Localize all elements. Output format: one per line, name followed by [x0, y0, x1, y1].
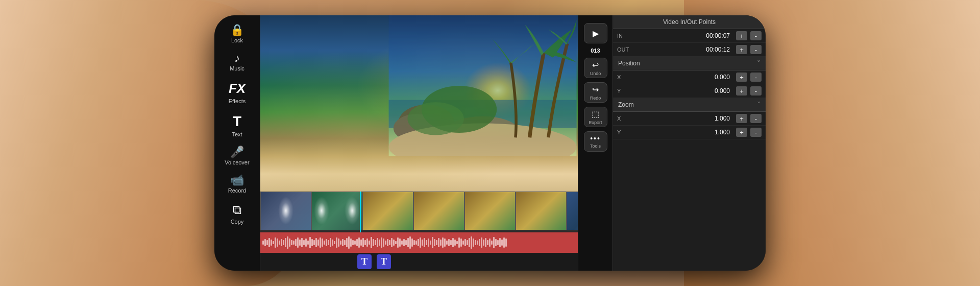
panel-header: Video In/Out Points — [613, 15, 766, 29]
waveform-bar — [350, 239, 352, 247]
waveform-bar — [301, 238, 303, 247]
waveform-bar — [393, 240, 395, 246]
thumb-6 — [516, 192, 567, 230]
waveform-bar — [487, 240, 488, 245]
out-minus-btn[interactable]: - — [750, 45, 762, 54]
waveform-bar — [397, 237, 399, 248]
fx-icon: FX — [229, 81, 246, 97]
tool-lock[interactable]: 🔒 Lock — [218, 20, 257, 46]
waveform-bar — [313, 240, 315, 245]
redo-button[interactable]: ↪ Redo — [584, 82, 607, 103]
tool-effects-label: Effects — [229, 98, 246, 104]
in-label: IN — [617, 33, 635, 39]
waveform-bar — [342, 239, 344, 246]
waveform-bar — [281, 239, 282, 246]
play-button[interactable]: ▶ — [584, 23, 607, 43]
export-icon: ⬚ — [592, 109, 599, 119]
waveform-bar — [446, 241, 448, 245]
zoom-y-label: Y — [617, 129, 635, 135]
music-icon: ♪ — [234, 53, 240, 64]
waveform-bar — [389, 240, 390, 245]
toolbar-left: 🔒 Lock ♪ Music FX Effects T Text 🎤 Voice… — [214, 15, 260, 271]
waveform-bar — [469, 238, 470, 247]
waveform-bar — [440, 240, 442, 246]
tool-music[interactable]: ♪ Music — [218, 49, 257, 75]
undo-label: Undo — [590, 71, 601, 76]
zoom-y-minus-btn[interactable]: - — [750, 128, 762, 137]
waveform-bar — [358, 237, 360, 248]
waveform-bar — [352, 240, 354, 245]
tools-button[interactable]: ••• Tools — [584, 131, 607, 152]
pos-x-minus-btn[interactable]: - — [750, 73, 762, 82]
waveform-bar — [495, 239, 497, 246]
export-button[interactable]: ⬚ Export — [584, 107, 607, 127]
waveform-bar — [458, 237, 460, 248]
waveform-bar — [340, 241, 341, 245]
waveform-bar — [454, 240, 456, 246]
text-badge-1[interactable]: T — [357, 254, 372, 269]
waveform-bar — [315, 238, 317, 247]
tool-text-label: Text — [232, 131, 242, 137]
right-panel: Video In/Out Points IN 00:00:07 + - OUT … — [612, 15, 766, 271]
tool-text[interactable]: T Text — [218, 109, 257, 140]
pos-y-minus-btn[interactable]: - — [750, 86, 762, 96]
tool-copy[interactable]: ⧉ Copy — [218, 199, 257, 228]
waveform — [260, 232, 578, 253]
out-plus-btn[interactable]: + — [736, 45, 747, 54]
waveform-bar — [477, 241, 478, 245]
tools-icon: ••• — [590, 134, 601, 142]
pos-x-plus-btn[interactable]: + — [736, 73, 747, 82]
waveform-bar — [448, 239, 450, 246]
text-badge-2[interactable]: T — [377, 254, 391, 269]
waveform-bar — [299, 240, 301, 246]
flare-1 — [278, 197, 293, 225]
waveform-bar — [407, 238, 409, 247]
thumb-5 — [464, 192, 516, 230]
zoom-y-plus-btn[interactable]: + — [736, 128, 747, 137]
redo-icon: ↪ — [592, 85, 599, 94]
waveform-bar — [442, 237, 444, 248]
waveform-bar — [399, 239, 401, 247]
waveform-bar — [385, 241, 386, 245]
waveform-bar — [383, 239, 384, 247]
undo-button[interactable]: ↩ Undo — [584, 58, 607, 78]
waveform-bar — [377, 238, 378, 247]
in-plus-btn[interactable]: + — [736, 31, 747, 40]
zoom-chevron: ˅ — [757, 101, 761, 109]
in-minus-btn[interactable]: - — [750, 31, 762, 40]
tool-effects[interactable]: FX Effects — [218, 77, 257, 107]
zoom-x-row: X 1.000 + - — [613, 112, 766, 126]
waveform-bar — [403, 239, 405, 246]
waveform-bar — [483, 240, 484, 246]
pos-y-plus-btn[interactable]: + — [736, 86, 747, 96]
tool-record[interactable]: 📹 Record — [218, 171, 257, 197]
out-row: OUT 00:00:12 + - — [613, 43, 766, 57]
video-preview — [260, 15, 578, 192]
position-x-row: X 0.000 + - — [613, 70, 766, 84]
waveform-bar — [330, 238, 331, 247]
waveform-bar — [266, 240, 268, 245]
zoom-x-value: 1.000 — [638, 115, 733, 122]
zoom-x-plus-btn[interactable]: + — [736, 114, 747, 123]
in-row: IN 00:00:07 + - — [613, 29, 766, 43]
play-icon: ▶ — [593, 29, 599, 38]
zoom-x-minus-btn[interactable]: - — [750, 114, 762, 123]
waveform-bar — [405, 240, 407, 245]
flare-2 — [314, 197, 329, 225]
waveform-bar — [485, 238, 486, 247]
waveform-bar — [456, 241, 458, 244]
waveform-bar — [424, 238, 425, 247]
waveform-bar — [409, 236, 411, 249]
position-x-value: 0.000 — [638, 74, 733, 81]
tool-voiceover[interactable]: 🎤 Voiceover — [218, 142, 257, 169]
out-label: OUT — [617, 46, 635, 53]
waveform-bar — [291, 240, 292, 245]
position-x-label: X — [617, 74, 635, 80]
position-section-header: Position ˅ — [613, 57, 766, 70]
waveform-bar — [366, 239, 368, 247]
waveform-bar — [422, 240, 423, 246]
flare-3 — [345, 197, 360, 225]
waveform-bar — [434, 239, 435, 246]
waveform-bar — [324, 241, 325, 245]
scene-svg — [387, 15, 578, 156]
